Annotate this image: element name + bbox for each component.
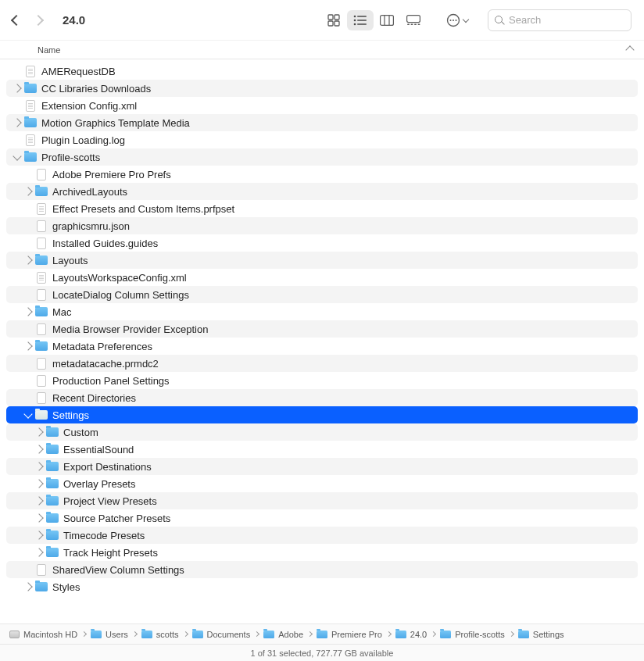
folder-icon: [35, 305, 48, 318]
list-icon: [353, 15, 367, 26]
file-row[interactable]: Mac: [6, 303, 638, 320]
view-icons-button[interactable]: [320, 10, 347, 30]
file-row[interactable]: Export Destinations: [6, 458, 638, 475]
chevron-right-icon: [183, 631, 188, 637]
file-name: LocateDialog Column Settings: [52, 289, 189, 301]
file-row[interactable]: Settings: [6, 406, 638, 423]
file-name: Source Patcher Presets: [63, 513, 170, 524]
disclosure-triangle[interactable]: [13, 152, 21, 160]
disclosure-triangle[interactable]: [34, 496, 43, 505]
file-row[interactable]: Layouts: [6, 252, 638, 269]
file-row[interactable]: LayoutsWorkspaceConfig.xml: [6, 269, 638, 286]
more-actions-button[interactable]: [444, 10, 470, 30]
file-row[interactable]: Styles: [6, 578, 638, 595]
path-segment[interactable]: 24.0: [395, 630, 427, 639]
path-segment[interactable]: Settings: [518, 630, 564, 639]
path-label: Profile-scotts: [455, 630, 505, 639]
file-row[interactable]: metadatacache.prmdc2: [6, 355, 638, 372]
svg-point-20: [453, 20, 454, 21]
path-segment[interactable]: Users: [91, 630, 128, 639]
back-button[interactable]: [11, 14, 22, 25]
search-box[interactable]: [488, 9, 631, 31]
disclosure-triangle[interactable]: [34, 513, 43, 522]
forward-button[interactable]: [33, 14, 44, 25]
file-row[interactable]: Custom: [6, 423, 638, 441]
folder-icon: [24, 151, 37, 163]
file-row[interactable]: CC Libraries Downloads: [6, 80, 638, 97]
disclosure-triangle[interactable]: [23, 307, 32, 316]
disclosure-triangle[interactable]: [23, 255, 32, 264]
disclosure-triangle[interactable]: [34, 531, 43, 539]
file-row[interactable]: Installed Guides.guides: [6, 234, 638, 252]
file-row[interactable]: Overlay Presets: [6, 475, 638, 492]
document-icon: [35, 374, 48, 387]
disclosure-triangle[interactable]: [23, 409, 32, 418]
view-list-button[interactable]: [347, 10, 374, 30]
path-segment[interactable]: Adobe: [263, 630, 303, 639]
svg-point-8: [354, 23, 356, 25]
nav-buttons: [13, 16, 42, 24]
file-row[interactable]: Extension Config.xml: [6, 97, 638, 114]
path-segment[interactable]: scotts: [141, 630, 179, 639]
folder-icon: [518, 631, 529, 638]
file-row[interactable]: Production Panel Settings: [6, 372, 638, 389]
view-gallery-button[interactable]: [400, 10, 427, 30]
disclosure-spacer: [23, 393, 32, 402]
column-header[interactable]: Name: [0, 41, 644, 59]
path-segment[interactable]: Documents: [192, 630, 251, 639]
disclosure-spacer: [23, 170, 32, 178]
file-name: ArchivedLayouts: [52, 186, 127, 198]
disclosure-triangle[interactable]: [34, 548, 43, 556]
view-columns-button[interactable]: [374, 10, 400, 30]
file-row[interactable]: Profile-scotts: [6, 148, 638, 166]
file-name: Overlay Presets: [63, 478, 135, 490]
file-row[interactable]: Timecode Presets: [6, 527, 638, 544]
file-row[interactable]: AMERequestDB: [6, 63, 638, 80]
path-label: Users: [106, 630, 128, 639]
disclosure-triangle[interactable]: [23, 341, 32, 350]
svg-point-19: [450, 20, 452, 21]
columns-icon: [380, 15, 394, 26]
search-input[interactable]: [509, 14, 624, 26]
disclosure-triangle[interactable]: [13, 84, 21, 92]
disclosure-triangle[interactable]: [34, 445, 43, 453]
disclosure-triangle[interactable]: [23, 187, 32, 195]
disclosure-triangle[interactable]: [34, 427, 43, 436]
window-title: 24.0: [63, 13, 85, 27]
disclosure-triangle[interactable]: [34, 462, 43, 470]
file-row[interactable]: Source Patcher Presets: [6, 509, 638, 527]
disclosure-triangle[interactable]: [13, 118, 21, 127]
file-row[interactable]: SharedView Column Settings: [6, 561, 638, 578]
chevron-right-icon: [386, 631, 392, 637]
file-row[interactable]: Track Height Presets: [6, 544, 638, 561]
file-row[interactable]: Project View Presets: [6, 492, 638, 509]
file-row[interactable]: Effect Presets and Custom Items.prfpset: [6, 200, 638, 217]
document-icon: [35, 271, 48, 284]
folder-icon: [440, 631, 451, 638]
file-row[interactable]: Adobe Premiere Pro Prefs: [6, 166, 638, 183]
file-row[interactable]: LocateDialog Column Settings: [6, 286, 638, 303]
search-icon: [495, 16, 504, 25]
file-name: Track Height Presets: [63, 547, 158, 559]
svg-rect-9: [357, 23, 367, 25]
chevron-right-icon: [509, 631, 514, 637]
disclosure-spacer: [23, 324, 32, 333]
file-row[interactable]: Recent Directories: [6, 389, 638, 406]
path-segment[interactable]: Macintosh HD: [9, 630, 77, 639]
file-row[interactable]: Motion Graphics Template Media: [6, 114, 638, 131]
document-icon: [24, 134, 37, 146]
disclosure-triangle[interactable]: [23, 582, 32, 591]
file-list[interactable]: AMERequestDBCC Libraries DownloadsExtens…: [0, 59, 644, 623]
path-segment[interactable]: Premiere Pro: [317, 630, 382, 639]
file-row[interactable]: graphicsmru.json: [6, 217, 638, 234]
status-bar: 1 of 31 selected, 727.77 GB available: [0, 644, 644, 661]
file-row[interactable]: Plugin Loading.log: [6, 131, 638, 148]
disclosure-spacer: [13, 66, 21, 75]
path-segment[interactable]: Profile-scotts: [440, 630, 505, 639]
file-row[interactable]: Media Browser Provider Exception: [6, 320, 638, 338]
disclosure-triangle[interactable]: [34, 479, 43, 488]
file-row[interactable]: Metadata Preferences: [6, 338, 638, 355]
file-row[interactable]: ArchivedLayouts: [6, 183, 638, 200]
file-row[interactable]: EssentialSound: [6, 441, 638, 458]
file-name: Effect Presets and Custom Items.prfpset: [52, 203, 234, 215]
